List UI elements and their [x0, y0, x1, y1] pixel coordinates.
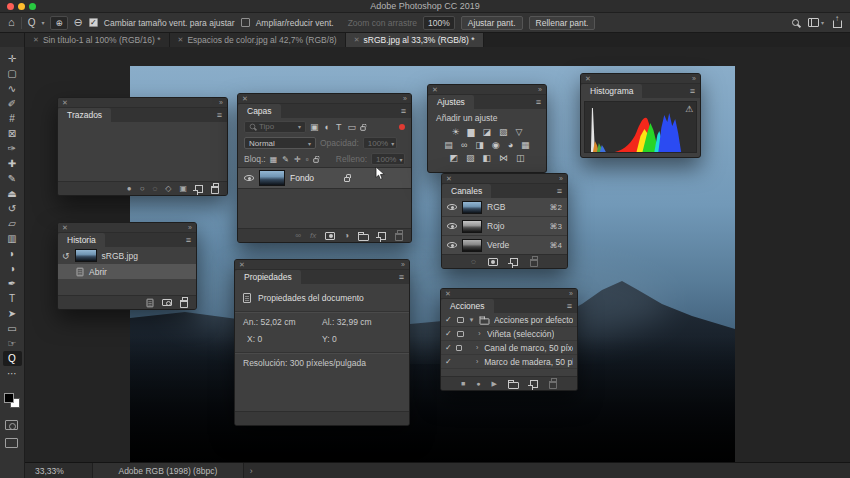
channel-row-verde[interactable]: Verde ⌘4 [442, 236, 567, 255]
lock-filter-icon[interactable] [360, 126, 365, 131]
adjustment-icon[interactable]: ◫ [516, 153, 525, 163]
save-selection-icon[interactable] [488, 258, 498, 266]
history-brush-source-icon[interactable]: ↺ [62, 251, 70, 261]
collapse-icon[interactable]: » [569, 290, 573, 297]
dialog-toggle-icon[interactable] [457, 317, 464, 323]
close-icon[interactable]: ✕ [33, 36, 39, 44]
stop-icon[interactable]: ■ [461, 380, 465, 387]
load-selection-icon[interactable]: ◌ [471, 258, 476, 266]
expand-arrow-icon[interactable]: ▾ [468, 316, 475, 324]
workspace-icon[interactable] [808, 18, 819, 27]
add-mask-icon[interactable]: ▣ [179, 185, 187, 193]
visibility-eye-icon[interactable] [447, 223, 457, 229]
zoom-in-button[interactable]: ⊕ [50, 16, 67, 30]
layer-filter-icons[interactable]: ▣◐T▭ [310, 122, 356, 132]
zoom-tool[interactable]: Q [3, 351, 22, 366]
lock-option-icon[interactable]: ✎ [282, 155, 289, 164]
healing-brush-tool[interactable]: ✚ [3, 156, 22, 171]
panel-menu-icon[interactable]: ≡ [557, 186, 562, 196]
close-icon[interactable]: ✕ [446, 175, 452, 183]
marquee-tool[interactable]: ▢ [3, 66, 22, 81]
play-icon[interactable]: ▶ [492, 380, 497, 387]
adjustment-icon[interactable]: ◨ [475, 140, 484, 150]
history-snapshot-row[interactable]: ↺ sRGB.jpg [58, 247, 196, 264]
adjustment-icon[interactable]: ◉ [492, 140, 500, 150]
dodge-tool[interactable]: ◑ [3, 261, 22, 276]
visibility-eye-icon[interactable] [447, 242, 457, 248]
tab-acciones[interactable]: Acciones [441, 299, 494, 313]
tab-trazados[interactable]: Trazados [58, 108, 111, 122]
new-layer-icon[interactable] [378, 232, 386, 240]
blur-tool[interactable]: ◗ [3, 246, 22, 261]
fill-field[interactable]: 100%▾ [371, 153, 405, 165]
new-set-icon[interactable] [508, 382, 519, 389]
close-icon[interactable]: ✕ [242, 95, 248, 103]
action-row[interactable]: ✓ › Canal de marco, 50 píxeles [441, 341, 577, 355]
brush-tool[interactable]: ✎ [3, 171, 22, 186]
adjustment-icon[interactable]: ▦ [521, 140, 530, 150]
action-row[interactable]: ✓ › Viñeta (selección) [441, 327, 577, 341]
panel-menu-icon[interactable]: ≡ [217, 110, 222, 120]
channel-row-rojo[interactable]: Rojo ⌘3 [442, 217, 567, 236]
document-tab-2[interactable]: ✕ Espacios de color.jpg al 42,7% (RGB/8) [170, 33, 346, 47]
close-icon[interactable]: ✕ [178, 36, 184, 44]
tab-ajustes[interactable]: Ajustes [428, 95, 474, 109]
link-layers-icon[interactable]: ∞ [295, 232, 301, 240]
record-icon[interactable]: ● [476, 380, 480, 387]
collapse-icon[interactable]: » [219, 99, 223, 106]
quick-selection-tool[interactable]: ✐ [3, 96, 22, 111]
adjustment-icon[interactable]: ◕ [508, 140, 513, 150]
document-tab-3-active[interactable]: ✕ sRGB.jpg al 33,3% (RGB/8) * [346, 33, 484, 47]
opacity-field[interactable]: 100%▾ [363, 137, 397, 149]
gradient-tool[interactable]: ▥ [3, 231, 22, 246]
filter-icon[interactable]: ◐ [325, 122, 330, 132]
type-tool[interactable]: T [3, 291, 22, 306]
tab-propiedades[interactable]: Propiedades [235, 270, 301, 284]
panel-menu-icon[interactable]: ≡ [536, 97, 541, 107]
close-icon[interactable]: ✕ [585, 75, 591, 83]
new-path-icon[interactable] [195, 185, 203, 193]
hand-tool[interactable]: ☞ [3, 336, 22, 351]
expand-arrow-icon[interactable]: › [474, 344, 480, 351]
close-icon[interactable]: ✕ [239, 261, 245, 269]
eyedropper-tool[interactable]: ✑ [3, 141, 22, 156]
action-set-row[interactable]: ✓ ▾ Acciones por defecto [441, 313, 577, 327]
new-group-icon[interactable] [358, 234, 369, 241]
collapse-icon[interactable]: » [559, 175, 563, 182]
collapse-icon[interactable]: » [692, 75, 696, 82]
document-tab-1[interactable]: ✕ Sin título-1 al 100% (RGB/16) * [25, 33, 170, 47]
lock-option-icon[interactable]: ✛ [294, 155, 301, 164]
fill-screen-button[interactable]: Rellenar pant. [529, 16, 596, 30]
lock-option-icon[interactable]: ▦ [270, 155, 278, 164]
zoom-all-windows-checkbox[interactable] [241, 18, 250, 27]
new-channel-icon[interactable] [510, 258, 518, 266]
panel-menu-icon[interactable]: ≡ [690, 86, 695, 96]
status-zoom-field[interactable]: 33,33% [35, 466, 64, 476]
adjustment-icon[interactable]: ▧ [499, 127, 508, 137]
delete-layer-icon[interactable] [395, 233, 403, 241]
lasso-tool[interactable]: ∿ [3, 81, 22, 96]
adjustment-icon[interactable]: ▨ [466, 153, 475, 163]
lock-option-icon[interactable]: ▫ [306, 155, 309, 164]
new-snapshot-icon[interactable] [162, 299, 172, 306]
close-icon[interactable]: ✕ [62, 99, 68, 107]
zoom-value-field[interactable]: 100% [423, 16, 455, 30]
stroke-path-icon[interactable]: ○ [140, 185, 145, 193]
adjustment-icon[interactable]: ▤ [444, 140, 453, 150]
panel-menu-icon[interactable]: ≡ [401, 106, 406, 116]
layer-style-icon[interactable]: fx [310, 231, 316, 240]
delete-state-icon[interactable] [180, 300, 188, 308]
adjustment-layer-icon[interactable]: ◑ [344, 232, 349, 240]
edit-toolbar[interactable]: ⋯ [3, 366, 22, 381]
zoom-tool-icon[interactable]: Q [28, 18, 36, 28]
delete-action-icon[interactable] [549, 381, 557, 389]
tab-historia[interactable]: Historia [58, 233, 105, 247]
adjustment-icon[interactable]: ◩ [449, 153, 458, 163]
adjustment-icon[interactable]: ∞ [461, 140, 467, 150]
chevron-down-icon[interactable]: ▾ [821, 19, 824, 26]
dialog-toggle-icon[interactable] [457, 331, 464, 337]
lock-all-icon[interactable] [313, 158, 318, 163]
close-icon[interactable]: ✕ [432, 86, 438, 94]
delete-path-icon[interactable] [211, 186, 219, 194]
new-action-icon[interactable] [530, 380, 538, 388]
